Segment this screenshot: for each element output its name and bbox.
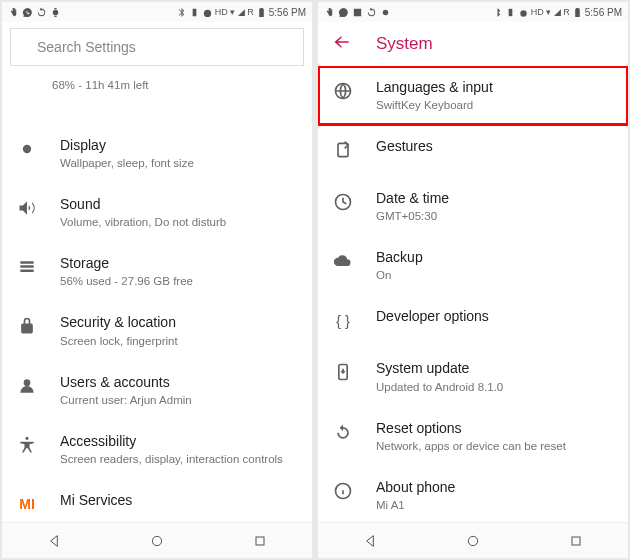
nav-back-icon[interactable] bbox=[362, 533, 378, 549]
row-mi[interactable]: MI Mi Services bbox=[2, 479, 312, 522]
storage-icon bbox=[16, 256, 38, 278]
row-about[interactable]: About phoneMi A1 bbox=[318, 466, 628, 522]
hand-icon bbox=[8, 7, 19, 18]
accessibility-icon bbox=[16, 434, 38, 456]
sound-icon bbox=[16, 197, 38, 219]
back-icon[interactable] bbox=[332, 32, 352, 56]
navbar bbox=[318, 522, 628, 558]
row-sound[interactable]: SoundVolume, vibration, Do not disturb bbox=[2, 183, 312, 242]
row-gestures[interactable]: Gestures bbox=[318, 125, 628, 177]
svg-point-2 bbox=[520, 10, 526, 16]
whatsapp-icon bbox=[338, 7, 349, 18]
search-bar[interactable] bbox=[10, 28, 304, 66]
watch-icon bbox=[50, 7, 61, 18]
battery-sub: 68% - 11h 41m left bbox=[52, 78, 298, 93]
row-battery-sub[interactable]: 68% - 11h 41m left bbox=[2, 72, 312, 124]
row-storage[interactable]: Storage56% used - 27.96 GB free bbox=[2, 242, 312, 301]
bluetooth-icon bbox=[492, 7, 503, 18]
nav-recent-icon[interactable] bbox=[568, 533, 584, 549]
status-extra: HD ▾ ◢ R bbox=[215, 7, 254, 17]
row-developer[interactable]: { } Developer options bbox=[318, 295, 628, 347]
row-update[interactable]: System updateUpdated to Android 8.1.0 bbox=[318, 347, 628, 406]
statusbar: HD ▾ ◢ R 5:56 PM bbox=[2, 2, 312, 22]
navbar bbox=[2, 522, 312, 558]
alarm-icon bbox=[518, 7, 529, 18]
update-icon bbox=[332, 361, 354, 383]
vibrate-icon bbox=[505, 7, 516, 18]
page-title: System bbox=[376, 34, 433, 54]
nav-home-icon[interactable] bbox=[465, 533, 481, 549]
phone-right: HD ▾ ◢ R 5:56 PM System Languages & inpu… bbox=[318, 2, 628, 558]
sync-icon bbox=[366, 7, 377, 18]
watch-icon bbox=[380, 7, 391, 18]
nav-back-icon[interactable] bbox=[46, 533, 62, 549]
display-icon bbox=[16, 138, 38, 160]
system-list: Languages & inputSwiftKey Keyboard Gestu… bbox=[318, 66, 628, 522]
globe-icon bbox=[332, 80, 354, 102]
info-icon bbox=[332, 480, 354, 502]
vibrate-icon bbox=[189, 7, 200, 18]
alarm-icon bbox=[202, 7, 213, 18]
whatsapp-icon bbox=[22, 7, 33, 18]
mi-icon: MI bbox=[16, 493, 38, 515]
row-reset[interactable]: Reset optionsNetwork, apps or device can… bbox=[318, 407, 628, 466]
battery-icon bbox=[256, 7, 267, 18]
statusbar: HD ▾ ◢ R 5:56 PM bbox=[318, 2, 628, 22]
cloud-icon bbox=[332, 250, 354, 272]
bluetooth-icon bbox=[176, 7, 187, 18]
hand-icon bbox=[324, 7, 335, 18]
clock: 5:56 PM bbox=[269, 7, 306, 18]
row-backup[interactable]: BackupOn bbox=[318, 236, 628, 295]
gestures-icon bbox=[332, 139, 354, 161]
svg-point-0 bbox=[152, 536, 161, 545]
row-datetime[interactable]: Date & timeGMT+05:30 bbox=[318, 177, 628, 236]
nav-recent-icon[interactable] bbox=[252, 533, 268, 549]
sync-icon bbox=[36, 7, 47, 18]
search-input[interactable] bbox=[37, 39, 291, 55]
clock-icon bbox=[332, 191, 354, 213]
status-extra: HD ▾ ◢ R bbox=[531, 7, 570, 17]
svg-point-8 bbox=[468, 536, 477, 545]
lock-icon bbox=[16, 315, 38, 337]
phone-left: HD ▾ ◢ R 5:56 PM 68% - 11h 41m left Disp… bbox=[2, 2, 312, 558]
users-icon bbox=[16, 375, 38, 397]
row-accessibility[interactable]: AccessibilityScreen readers, display, in… bbox=[2, 420, 312, 479]
row-security[interactable]: Security & locationScreen lock, fingerpr… bbox=[2, 301, 312, 360]
battery-icon bbox=[572, 7, 583, 18]
reset-icon bbox=[332, 421, 354, 443]
row-display[interactable]: DisplayWallpaper, sleep, font size bbox=[2, 124, 312, 183]
header: System bbox=[318, 22, 628, 66]
svg-rect-9 bbox=[572, 537, 580, 545]
image-icon bbox=[352, 7, 363, 18]
row-users[interactable]: Users & accountsCurrent user: Arjun Admi… bbox=[2, 361, 312, 420]
nav-home-icon[interactable] bbox=[149, 533, 165, 549]
clock: 5:56 PM bbox=[585, 7, 622, 18]
row-languages[interactable]: Languages & inputSwiftKey Keyboard bbox=[318, 66, 628, 125]
settings-list: 68% - 11h 41m left DisplayWallpaper, sle… bbox=[2, 72, 312, 522]
svg-rect-1 bbox=[256, 537, 264, 545]
braces-icon: { } bbox=[332, 309, 354, 331]
